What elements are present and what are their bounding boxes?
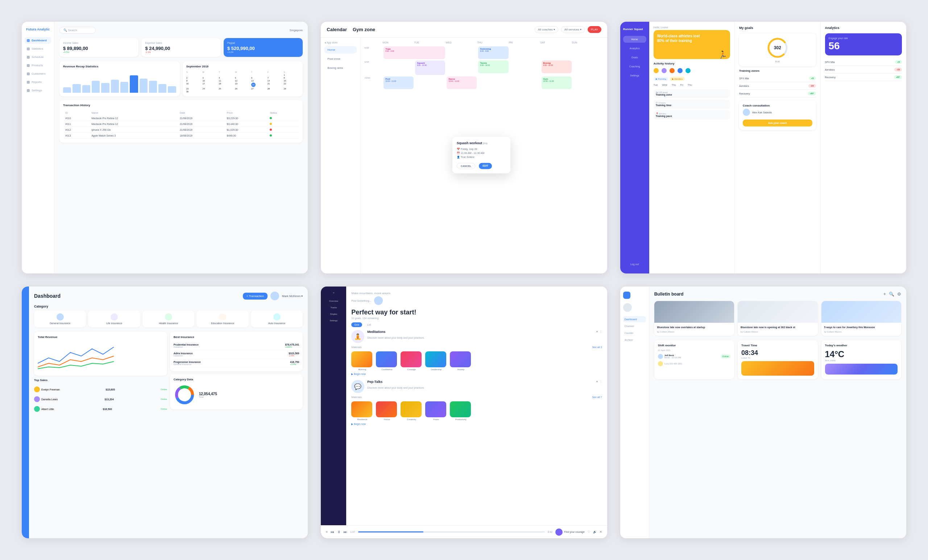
media-focus[interactable]: Focus <box>376 401 398 420</box>
media-fears[interactable]: Fears <box>425 401 447 420</box>
modal-cancel-btn[interactable]: CANCEL <box>457 163 475 169</box>
nav-settings[interactable]: Settings <box>330 320 337 322</box>
media-confidence[interactable]: Confidence <box>376 352 398 371</box>
nav-archive[interactable]: Archive <box>623 337 646 343</box>
nav-coaching[interactable]: Coaching <box>623 63 646 70</box>
event-tennis[interactable]: Tennis9:00 - 10:00 <box>478 61 508 73</box>
sidebar-item-reports[interactable]: Reports <box>24 79 51 85</box>
sidebar-item-dashboard[interactable]: Dashboard <box>24 37 51 44</box>
add-icon[interactable]: + <box>884 292 886 297</box>
shift-title: Shift monitor <box>658 344 730 347</box>
ask-coach-button[interactable]: Ask your coach <box>743 120 812 126</box>
label-creativity: Creativity <box>401 418 422 420</box>
nav-settings[interactable]: Settings <box>623 72 646 79</box>
media-productivity[interactable]: Productivity <box>450 401 472 420</box>
event-dance[interactable]: Dance10:00 - 11:00 <box>447 76 477 89</box>
zone-boxing[interactable]: Boxing area <box>324 64 357 72</box>
status-dot-yellow <box>270 123 272 125</box>
nav-goals[interactable]: Goals <box>623 54 646 61</box>
calendar-rows: 8AM Yoga8:00 - 9:00 Swimming8:00 - 9:00 … <box>364 46 603 90</box>
nav-overview[interactable]: Overview <box>329 300 338 302</box>
media-creativity[interactable]: Creativity <box>401 401 422 420</box>
dismiss-btn[interactable]: ✕ <box>596 330 598 333</box>
cat-icon-general <box>56 313 64 321</box>
grid-view-btn[interactable]: Grid <box>351 323 362 327</box>
see-all-peptalks[interactable]: See all 7 <box>592 396 602 399</box>
zone-pool[interactable]: Pool zone <box>324 55 357 63</box>
hero-text: World-class athletes lost 80% of their t… <box>657 34 706 43</box>
media-leadership[interactable]: Leadership <box>425 352 447 371</box>
tab-play[interactable]: PLAY <box>588 26 601 33</box>
search-row: Find Something... <box>351 296 602 305</box>
dismiss-btn-2[interactable]: ✕ <box>596 380 598 383</box>
media-morning[interactable]: Morning <box>351 352 373 371</box>
event-squash[interactable]: Squash9:00 - 10:30 <box>415 61 445 75</box>
more-btn-2[interactable]: ⋮ <box>600 380 602 383</box>
heart-icon[interactable]: ♡ <box>588 530 590 534</box>
tab-all-coaches[interactable]: All coaches ▾ <box>535 26 558 33</box>
search-input[interactable]: 🔍 Search <box>60 27 96 34</box>
paypal-value: $ 520,990,00 <box>227 46 299 51</box>
sale-avatar-2 <box>34 396 40 402</box>
event-swim[interactable]: Swimming8:00 - 9:00 <box>478 46 508 59</box>
player-next[interactable]: ⏭ <box>343 530 347 534</box>
event-yoga[interactable]: Yoga8:00 - 9:00 <box>383 46 445 59</box>
zone-item-1: 🌤 145 good Training zone <box>653 89 730 98</box>
search-icon[interactable]: 🔍 <box>889 292 894 297</box>
sidebar-item-settings[interactable]: Settings <box>24 87 51 94</box>
event-pool[interactable]: Pool10:00 - 11:00 <box>383 76 414 89</box>
donut-chart <box>174 384 195 406</box>
sidebar-item-statistics[interactable]: Statistics <box>24 45 51 52</box>
media-courage[interactable]: Courage <box>401 352 422 371</box>
logout-item[interactable]: Log out <box>623 261 646 268</box>
list-view-btn[interactable]: List <box>364 323 374 327</box>
peptalks-cards: Resilience Focus Creativity Fears <box>351 401 602 420</box>
news-headline-1: Bluestone late now overtakes at startup <box>657 326 731 329</box>
nav-singles[interactable]: Singles <box>330 313 337 315</box>
weather-title: Today's weather <box>825 344 897 347</box>
headline: Perfect way for start! <box>351 309 602 316</box>
event-boxing[interactable]: Boxing9:00 - 10:00 <box>542 61 572 73</box>
best-insurance-title: Best Insurance <box>174 335 299 339</box>
close-player-icon[interactable]: ✕ <box>600 530 602 534</box>
tab-all-services[interactable]: All services ▾ <box>561 26 585 33</box>
event-gym[interactable]: Gym10:00 - 11:00 <box>542 76 572 89</box>
begin-now-peptalks[interactable]: ▶ Begin now <box>351 423 602 426</box>
more-btn[interactable]: ⋮ <box>600 330 602 333</box>
see-all-row: Materials See all 3 <box>351 346 602 348</box>
media-anxiety[interactable]: Anxiety <box>450 352 472 371</box>
see-all-meditations[interactable]: See all 3 <box>592 346 602 348</box>
cat-icon-health <box>165 313 172 321</box>
nav-channel[interactable]: Channel <box>623 323 646 329</box>
nav-analytics[interactable]: Analytics <box>623 45 646 52</box>
sidebar-item-schedule[interactable]: Schedule <box>24 53 51 61</box>
analytics-item-1: SFX Mia +5 <box>825 58 902 66</box>
volume-icon[interactable]: 🔊 <box>593 530 597 534</box>
settings-icon[interactable]: ⚙ <box>897 292 901 297</box>
sidebar: Futura Analytic Dashboard Statistics Sch… <box>22 22 54 274</box>
gauge-box: 302 kcal <box>739 33 816 66</box>
zone-item-3: 📍 304 km Training pace <box>653 110 730 120</box>
news-headline-3: 5 ways to care for Jewellery this Monsoo… <box>824 326 898 329</box>
thumb-productivity <box>450 401 471 417</box>
zone-home[interactable]: Home <box>324 46 357 53</box>
nav-counter[interactable]: Counter <box>623 330 646 336</box>
sidebar-item-products[interactable]: Products <box>24 62 51 69</box>
panel-training: Hello, Louise World-class athletes lost … <box>649 22 735 274</box>
training-item-2: Aerobics -15 <box>739 82 816 90</box>
modal-title: Squash workout (7/1) <box>457 141 506 145</box>
transaction-button[interactable]: + Transaction <box>243 293 267 300</box>
player-play[interactable]: ⏸ <box>337 530 341 534</box>
table-row: #012 Iphone X 256 Gb 21/08/2019 $1,029.0… <box>64 128 298 132</box>
modal-edit-btn[interactable]: EDIT <box>479 163 492 169</box>
player-prev[interactable]: ⏮ <box>331 530 334 534</box>
media-resilience[interactable]: Resilience <box>351 401 373 420</box>
begin-now-meditations[interactable]: ▶ Begin now <box>351 373 602 376</box>
nav-tracks[interactable]: Tracks <box>330 306 337 309</box>
sidebar-item-customers[interactable]: Customers <box>24 70 51 77</box>
nav-dashboard[interactable]: Dashboard <box>623 316 646 323</box>
nav-home[interactable]: Home <box>623 36 646 43</box>
progress-bar[interactable] <box>358 531 545 533</box>
panel-goals: My goals 302 kcal Training zones SFX Mia… <box>735 22 820 274</box>
news-card-2: Bluestone late now is opening at 302 bla… <box>738 301 817 336</box>
